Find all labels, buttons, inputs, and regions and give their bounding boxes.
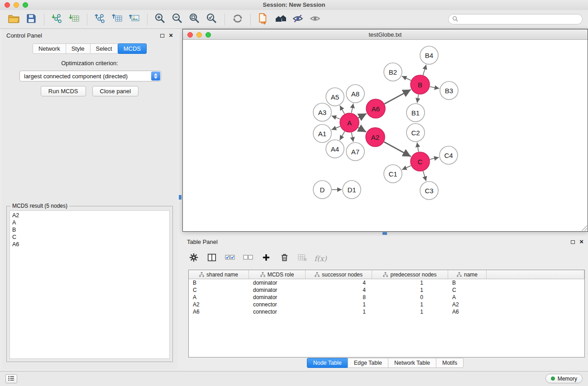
graph-edge-A6-B[interactable]: [384, 90, 411, 104]
graph-edge-A-A8[interactable]: [351, 104, 353, 113]
delete-column-button[interactable]: [277, 251, 292, 266]
table-cell[interactable]: 1: [306, 301, 372, 308]
table-cell[interactable]: connector: [249, 301, 306, 308]
graph-node-C[interactable]: C: [411, 152, 430, 171]
optimization-criterion-dropdown[interactable]: largest connected component (directed): [19, 71, 161, 81]
graph-edge-A2-C[interactable]: [384, 142, 411, 157]
graph-node-C2[interactable]: C2: [406, 124, 425, 142]
graph-edge-B-B1[interactable]: [417, 95, 419, 103]
close-panel-button[interactable]: Close panel: [92, 86, 139, 96]
mcds-result-item[interactable]: B: [10, 226, 169, 234]
graph-edge-C-C3[interactable]: [423, 171, 426, 181]
first-neighbors-button[interactable]: [255, 12, 272, 27]
float-table-panel-button[interactable]: [571, 238, 575, 246]
graph-node-B1[interactable]: B1: [406, 104, 425, 122]
table-cell[interactable]: A2: [189, 301, 249, 308]
table-row[interactable]: Cdominator41C: [189, 286, 584, 294]
graph-edge-A-A2[interactable]: [358, 128, 366, 132]
table-cell[interactable]: B: [189, 280, 249, 286]
graph-node-A4[interactable]: A4: [326, 140, 344, 158]
network-canvas[interactable]: B4B2BB3A5A8A6B1A3AC2A1A2A4A7C4CC1C3DD1: [183, 40, 588, 231]
column-header-shared-name[interactable]: shared name: [189, 270, 249, 279]
open-session-button[interactable]: [5, 12, 23, 27]
apply-layout-button[interactable]: [229, 12, 246, 27]
tab-style[interactable]: Style: [66, 43, 91, 54]
table-cell[interactable]: dominator: [249, 280, 306, 286]
table-cell[interactable]: 1: [372, 287, 448, 293]
table-cell[interactable]: 4: [306, 280, 372, 286]
graph-node-A7[interactable]: A7: [346, 143, 364, 161]
graph-edge-A-A4[interactable]: [340, 131, 345, 140]
graph-node-A[interactable]: A: [340, 113, 359, 132]
graph-node-A3[interactable]: A3: [313, 103, 331, 121]
mcds-result-item[interactable]: C: [10, 234, 169, 241]
horizontal-splitter-handle[interactable]: [382, 232, 387, 235]
graph-node-D1[interactable]: D1: [343, 181, 361, 199]
table-cell[interactable]: 0: [372, 294, 448, 300]
tab-mcds[interactable]: MCDS: [118, 43, 147, 54]
graph-edge-A-A6[interactable]: [358, 114, 366, 118]
graph-edge-C-C2[interactable]: [417, 143, 418, 152]
graph-edge-B-B2[interactable]: [402, 76, 411, 80]
graph-edge-C-C4[interactable]: [430, 157, 439, 159]
import-table-button[interactable]: [66, 12, 83, 27]
show-graphics-details-button[interactable]: [306, 12, 324, 27]
table-row[interactable]: A2connector11A2: [189, 301, 584, 308]
save-session-button[interactable]: [23, 12, 40, 27]
table-cell[interactable]: dominator: [249, 294, 306, 300]
tab-select[interactable]: Select: [90, 43, 118, 54]
table-cell[interactable]: 4: [306, 287, 372, 293]
memory-button[interactable]: Memory: [545, 374, 583, 383]
tab-network[interactable]: Network: [33, 43, 66, 54]
tab-motifs[interactable]: Motifs: [436, 358, 464, 368]
export-table-button[interactable]: [109, 12, 126, 27]
table-row[interactable]: Bdominator41B: [189, 279, 584, 286]
graph-edge-C-C1[interactable]: [402, 166, 411, 170]
create-column-button[interactable]: [258, 251, 274, 266]
table-cell[interactable]: A6: [448, 309, 487, 315]
vertical-splitter-handle[interactable]: [179, 195, 182, 200]
graph-edge-A-A3[interactable]: [332, 116, 340, 119]
graph-node-A8[interactable]: A8: [346, 85, 364, 103]
function-builder-button[interactable]: f(x): [313, 251, 328, 266]
export-network-button[interactable]: [91, 12, 109, 27]
table-cell[interactable]: 1: [372, 301, 448, 308]
table-cell[interactable]: 8: [306, 294, 372, 300]
graph-node-A2[interactable]: A2: [366, 128, 385, 147]
graph-node-C3[interactable]: C3: [420, 181, 438, 200]
table-cell[interactable]: dominator: [249, 287, 306, 293]
table-row[interactable]: A6connector11A6: [189, 308, 584, 315]
table-cell[interactable]: A: [448, 294, 487, 300]
deselect-all-rows-button[interactable]: [240, 251, 256, 266]
hide-graphics-details-button[interactable]: [289, 12, 306, 27]
graph-node-B2[interactable]: B2: [384, 63, 402, 81]
zoom-out-button[interactable]: [169, 12, 186, 27]
graph-node-B3[interactable]: B3: [440, 81, 458, 100]
tab-network-table[interactable]: Network Table: [388, 358, 436, 368]
graph-node-D[interactable]: D: [313, 181, 331, 199]
table-cell[interactable]: 1: [306, 309, 372, 315]
table-cell[interactable]: B: [448, 280, 487, 286]
column-header-MCDS-role[interactable]: MCDS role: [249, 270, 306, 279]
tab-node-table[interactable]: Node Table: [307, 358, 348, 368]
graph-node-A1[interactable]: A1: [313, 124, 331, 143]
table-cell[interactable]: A: [189, 294, 249, 300]
mcds-result-item[interactable]: A6: [10, 241, 169, 248]
table-cell[interactable]: A6: [189, 309, 249, 315]
table-cell[interactable]: A2: [448, 301, 487, 308]
table-cell[interactable]: 1: [372, 280, 448, 286]
close-control-panel-icon[interactable]: ×: [169, 33, 173, 38]
delete-table-button[interactable]: [295, 251, 310, 266]
search-input[interactable]: [460, 16, 578, 23]
zoom-in-button[interactable]: [152, 12, 169, 27]
graph-node-A5[interactable]: A5: [326, 88, 344, 106]
float-control-panel-button[interactable]: [160, 31, 164, 39]
graph-node-B[interactable]: B: [411, 75, 430, 94]
table-cell[interactable]: C: [448, 287, 487, 293]
column-header-successor-nodes[interactable]: successor nodes: [306, 270, 372, 279]
window-resize-grip[interactable]: [582, 225, 587, 231]
graph-edge-A-A5[interactable]: [340, 105, 344, 114]
zoom-fit-button[interactable]: [186, 12, 203, 27]
task-history-button[interactable]: [5, 374, 17, 383]
zoom-selected-button[interactable]: [203, 12, 220, 27]
